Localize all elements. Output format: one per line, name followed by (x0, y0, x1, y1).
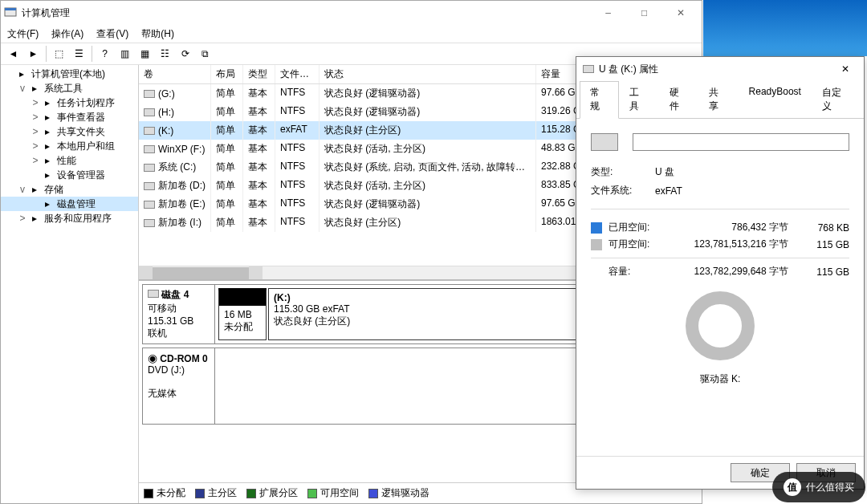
tree-twisty-icon[interactable]: > (17, 213, 28, 224)
view2-button[interactable]: ▦ (136, 45, 154, 63)
part-size: 115.30 GB exFAT (274, 303, 350, 315)
disk-icon (148, 290, 159, 298)
tree-item-label: 系统工具 (44, 82, 83, 96)
tree-item-label: 本地用户和组 (57, 140, 115, 153)
cdrom-status: 无媒体 (148, 388, 177, 399)
volume-fs: NTFS (275, 158, 320, 177)
refresh-button[interactable]: ? (96, 45, 114, 63)
tree-twisty-icon[interactable]: > (30, 126, 41, 137)
dialog-tab[interactable]: 自定义 (812, 81, 861, 119)
legend-item: 主分区 (195, 486, 237, 500)
disk-4-info: 磁盘 4 可移动 115.31 GB 联机 (143, 285, 215, 343)
volume-status: 状态良好 (逻辑驱动器) (320, 195, 536, 213)
up-button[interactable]: ⬚ (50, 45, 68, 63)
tree-item[interactable]: >▸共享文件夹 (1, 124, 138, 139)
col-layout[interactable]: 布局 (211, 65, 243, 83)
tree-item-label: 共享文件夹 (57, 125, 105, 139)
tree-item[interactable]: v▸系统工具 (1, 81, 138, 96)
menu-view[interactable]: 查看(V) (93, 26, 132, 43)
view1-button[interactable]: ▥ (116, 45, 134, 63)
tree-item[interactable]: v▸存储 (1, 182, 138, 197)
dialog-tab[interactable]: 常规 (580, 81, 619, 119)
menu-file[interactable]: 文件(F) (4, 26, 42, 43)
disk-kind: 可移动 (148, 303, 177, 314)
view5-button[interactable]: ⧉ (196, 45, 214, 63)
tree-item-label: 事件查看器 (57, 111, 105, 124)
volume-icon (144, 182, 155, 190)
tree-node-icon: ▸ (41, 140, 54, 152)
tree-node-icon: ▸ (28, 183, 41, 196)
volume-type: 基本 (243, 158, 275, 177)
dialog-tab[interactable]: ReadyBoost (739, 81, 812, 119)
col-status[interactable]: 状态 (320, 65, 536, 83)
tree-item[interactable]: >▸本地用户和组 (1, 139, 138, 153)
titlebar[interactable]: 计算机管理 – □ ✕ (1, 1, 702, 25)
dialog-close-button[interactable]: ✕ (833, 63, 857, 75)
tree-twisty-icon[interactable]: > (30, 97, 41, 108)
menu-action[interactable]: 操作(A) (48, 26, 87, 43)
nav-tree[interactable]: ▸计算机管理(本地)v▸系统工具>▸任务计划程序>▸事件查看器>▸共享文件夹>▸… (1, 65, 139, 503)
volume-status: 状态良好 (主分区) (320, 213, 536, 232)
col-filesystem[interactable]: 文件系统 (275, 65, 320, 83)
capacity-bytes: 123,782,299,648 字节 (670, 265, 788, 278)
tree-item[interactable]: ▸设备管理器 (1, 168, 138, 182)
close-button[interactable]: ✕ (662, 2, 698, 24)
col-type[interactable]: 类型 (243, 65, 275, 83)
drive-icon (583, 65, 594, 73)
maximize-button[interactable]: □ (626, 2, 662, 24)
tree-item[interactable]: ▸计算机管理(本地) (1, 67, 138, 81)
volume-layout: 简单 (211, 195, 243, 213)
volume-fs: NTFS (275, 213, 320, 232)
drive-name-input[interactable] (633, 133, 849, 151)
volume-type: 基本 (243, 213, 275, 232)
tree-item[interactable]: ▸磁盘管理 (1, 197, 138, 211)
tree-twisty-icon[interactable]: > (30, 155, 41, 166)
tree-item[interactable]: >▸服务和应用程序 (1, 211, 138, 226)
part-size: 16 MB (224, 309, 261, 320)
type-label: 类型: (591, 165, 655, 179)
volume-layout: 简单 (211, 158, 243, 177)
tree-twisty-icon[interactable]: v (17, 184, 28, 195)
tree-twisty-icon[interactable]: > (30, 140, 41, 152)
dialog-tab[interactable]: 硬件 (659, 81, 698, 119)
window-title: 计算机管理 (22, 6, 590, 20)
tree-item[interactable]: >▸性能 (1, 153, 138, 168)
menu-help[interactable]: 帮助(H) (138, 26, 177, 43)
volume-name: 新加卷 (D:) (158, 179, 206, 193)
tree-item[interactable]: >▸任务计划程序 (1, 96, 138, 110)
view3-button[interactable]: ☷ (156, 45, 174, 63)
cdrom-info: ◉ CD-ROM 0 DVD (J:) 无媒体 (143, 348, 215, 424)
watermark-logo-icon: 值 (784, 478, 801, 496)
dialog-titlebar[interactable]: U 盘 (K:) 属性 ✕ (576, 57, 864, 81)
dialog-tab[interactable]: 共享 (698, 81, 738, 119)
tree-item[interactable]: >▸事件查看器 (1, 110, 138, 124)
tree-twisty-icon[interactable]: v (17, 83, 28, 94)
volume-layout: 简单 (211, 121, 243, 140)
back-button[interactable]: ◄ (4, 45, 22, 63)
properties-button[interactable]: ☰ (70, 45, 88, 63)
volume-fs: NTFS (275, 84, 320, 103)
free-human: 115 GB (796, 239, 849, 250)
col-volume[interactable]: 卷 (139, 65, 211, 83)
drive-properties-dialog[interactable]: U 盘 (K:) 属性 ✕ 常规工具硬件共享ReadyBoost自定义 类型: … (576, 56, 865, 490)
forward-button[interactable]: ► (24, 45, 43, 63)
fs-value: exFAT (655, 185, 682, 197)
volume-name: WinXP (F:) (158, 144, 205, 155)
volume-type: 基本 (243, 195, 275, 213)
disk-partition[interactable]: 16 MB未分配 (218, 288, 267, 340)
disk-state: 联机 (148, 327, 167, 339)
used-swatch (591, 222, 602, 234)
volume-fs: NTFS (275, 103, 320, 121)
tree-node-icon: ▸ (41, 169, 54, 181)
view4-button[interactable]: ⟳ (176, 45, 194, 63)
svg-rect-1 (5, 8, 16, 10)
disk-title: 磁盘 4 (161, 289, 189, 300)
volume-status: 状态良好 (活动, 主分区) (320, 177, 536, 195)
tree-twisty-icon[interactable]: > (30, 112, 41, 123)
free-label: 可用空间: (609, 238, 670, 251)
minimize-button[interactable]: – (590, 2, 626, 24)
volume-layout: 简单 (211, 177, 243, 195)
legend-item: 扩展分区 (246, 486, 298, 500)
dialog-tab[interactable]: 工具 (619, 81, 658, 119)
volume-status: 状态良好 (逻辑驱动器) (320, 84, 536, 103)
